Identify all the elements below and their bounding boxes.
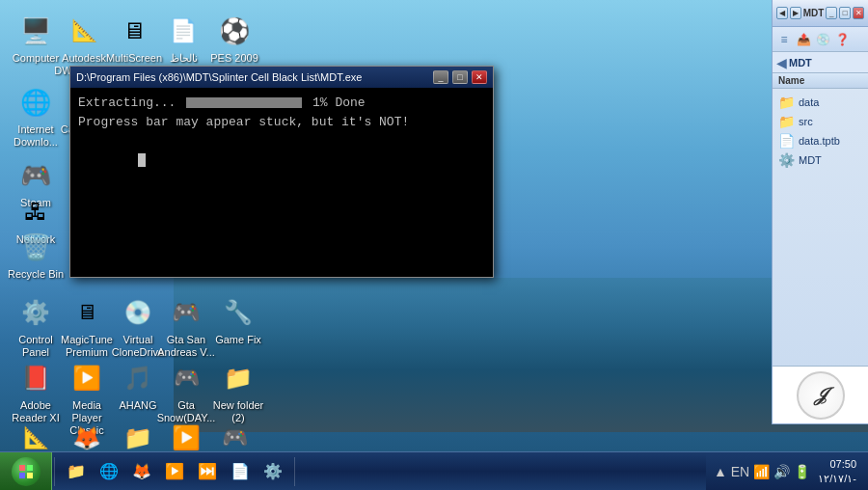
tray-up-arrow[interactable]: ▲	[714, 464, 727, 479]
desktop: 🖥️ Computer 📐 Autodesk DWF Viewer 🖥 Mult…	[0, 0, 868, 490]
newfolder2-icon: 📁	[219, 359, 258, 397]
explorer-forward-button[interactable]: ▶	[790, 7, 801, 19]
folder-icon: 📁	[778, 95, 795, 110]
taskbar-quick-launch: 📁 🌐 🦊 ▶️ ⏭️ 📄 ⚙️	[57, 452, 292, 490]
taskbar-icon-next[interactable]: ⏭️	[192, 456, 223, 487]
explorer-minimize-button[interactable]: _	[826, 7, 837, 19]
start-button[interactable]	[0, 452, 52, 491]
address-text: MDT	[789, 57, 812, 68]
file-name: src	[799, 116, 813, 127]
file-item-src[interactable]: 📁 src	[774, 112, 866, 131]
desktop-icon-gamefix[interactable]: 🔧 Game Fix	[204, 289, 272, 350]
magictune-icon: 🖥	[68, 293, 106, 332]
desktop-icon-recycle[interactable]: 🗑️ Recycle Bin	[2, 224, 69, 285]
background-water	[174, 278, 868, 432]
next-task-icon: ⏭️	[198, 462, 217, 480]
explorer-toolbar-burn[interactable]: 💿	[815, 32, 830, 47]
minimize-button[interactable]: _	[433, 70, 448, 84]
file-icon: 📄	[778, 133, 795, 149]
cmd-cursor	[138, 153, 146, 167]
icon-label: Recycle Bin	[8, 268, 64, 281]
explorer-content: 📁 data 📁 src 📄 data.tptb ⚙️ MDT	[773, 89, 868, 366]
system-clock[interactable]: 07:50 ١٢/١٧/١-	[814, 457, 860, 485]
settings-task-icon: ⚙️	[263, 462, 283, 480]
doc-task-icon: 📄	[231, 462, 250, 480]
explorer-task-icon: 📁	[67, 462, 86, 480]
clock-date: ١٢/١٧/١-	[818, 472, 856, 485]
recycle-icon: 🗑️	[16, 228, 55, 266]
folder-icon: 📁	[778, 114, 795, 129]
taskbar-icon-firefox[interactable]: 🦊	[126, 456, 157, 487]
taskbar-icon-explorer[interactable]: 📁	[61, 456, 92, 487]
tray-volume-icon[interactable]: 🔊	[773, 464, 790, 479]
file-name: MDT	[799, 154, 822, 166]
taskbar-separator-2	[294, 457, 295, 486]
explorer-titlebar[interactable]: ◀ ▶ MDT _ □ ✕	[773, 0, 868, 27]
tray-network-icon: 📶	[753, 464, 770, 479]
arabic-icon: 📄	[164, 12, 203, 50]
adobe-icon: 📕	[16, 359, 55, 397]
cmd-line-1: Extracting... 1% Done	[78, 94, 485, 113]
windows-logo	[19, 465, 33, 478]
taskbar: 📁 🌐 🦊 ▶️ ⏭️ 📄 ⚙️ ▲ EN 📶 🔊 🔋 07:50 ١٢/١٧/…	[0, 451, 868, 490]
virtualclone-icon: 💿	[119, 293, 157, 332]
explorer-logo: 𝒥	[773, 366, 868, 423]
mediaplayer-icon: ▶️	[68, 359, 106, 397]
autodesk-icon: 📐	[65, 12, 103, 50]
desktop-icon-pes[interactable]: ⚽ PES 2009	[201, 8, 268, 68]
cmd-line-2: Progress bar may appear stuck, but it's …	[78, 113, 485, 132]
nav-left-arrow[interactable]: ◀	[776, 55, 787, 70]
taskbar-icon-settings[interactable]: ⚙️	[258, 456, 288, 487]
start-orb	[12, 457, 41, 486]
taskbar-icon-doc[interactable]: 📄	[225, 456, 256, 487]
clock-time: 07:50	[818, 457, 856, 471]
ahang-icon: 🎵	[119, 359, 157, 397]
explorer-toolbar-organize[interactable]: ≡	[776, 32, 792, 47]
company-logo: 𝒥	[797, 371, 845, 420]
explorer-back-button[interactable]: ◀	[776, 7, 788, 19]
icon-label: Game Fix	[215, 334, 261, 346]
cmd-titlebar[interactable]: D:\Program Files (x86)\MDT\Splinter Cell…	[70, 67, 493, 88]
close-button[interactable]: ✕	[472, 70, 487, 84]
exe-icon: ⚙️	[778, 152, 795, 168]
file-item-datatptb[interactable]: 📄 data.tptb	[774, 131, 866, 150]
multiscreen-icon: 🖥	[115, 12, 153, 50]
cmd-content: Extracting... 1% Done Progress bar may a…	[70, 88, 493, 277]
media-task-icon: ▶️	[165, 462, 184, 480]
file-name: data.tptb	[799, 135, 840, 147]
icon-label: PES 2009	[210, 52, 258, 65]
taskbar-separator	[54, 457, 55, 486]
ie-task-icon: 🌐	[99, 462, 119, 480]
cmd-title-text: D:\Program Files (x86)\MDT\Splinter Cell…	[76, 71, 429, 83]
cmd-window: D:\Program Files (x86)\MDT\Splinter Cell…	[69, 66, 494, 278]
pes-icon: ⚽	[215, 12, 254, 50]
cmd-cursor-line	[78, 131, 485, 188]
gamefix-icon: 🔧	[219, 293, 258, 332]
file-item-mdt[interactable]: ⚙️ MDT	[774, 150, 866, 170]
file-item-data[interactable]: 📁 data	[774, 93, 866, 112]
file-name: data	[799, 96, 819, 108]
computer-icon: 🖥️	[16, 12, 55, 50]
explorer-maximize-button[interactable]: □	[839, 7, 851, 19]
explorer-toolbar-share[interactable]: 📤	[796, 32, 811, 47]
explorer-panel: ◀ ▶ MDT _ □ ✕ ≡ 📤 💿 ❓ ◀ MDT Name 📁 data …	[772, 0, 868, 424]
maximize-button[interactable]: □	[452, 70, 468, 84]
explorer-name-header: Name	[773, 73, 868, 89]
gtasnow-icon: 🎮	[167, 359, 205, 397]
explorer-title: MDT	[803, 8, 825, 18]
explorer-address-bar[interactable]: ◀ MDT	[773, 52, 868, 73]
explorer-toolbar[interactable]: ≡ 📤 💿 ❓	[773, 27, 868, 52]
taskbar-icon-ie[interactable]: 🌐	[94, 456, 124, 487]
firefox-task-icon: 🦊	[132, 462, 151, 480]
explorer-close-button[interactable]: ✕	[853, 7, 864, 19]
tray-battery-icon: 🔋	[794, 464, 810, 479]
icon-label: AHANG	[119, 399, 156, 412]
gta-icon: 🎮	[167, 293, 205, 332]
taskbar-icon-media[interactable]: ▶️	[159, 456, 190, 487]
internet-icon: 🌐	[16, 83, 55, 122]
tray-language[interactable]: EN	[731, 464, 749, 479]
control-icon: ⚙️	[16, 293, 55, 332]
icon-label: نالحاظ	[170, 52, 198, 65]
taskbar-tray: ▲ EN 📶 🔊 🔋 07:50 ١٢/١٧/١-	[706, 452, 868, 490]
explorer-toolbar-help[interactable]: ❓	[834, 32, 850, 47]
